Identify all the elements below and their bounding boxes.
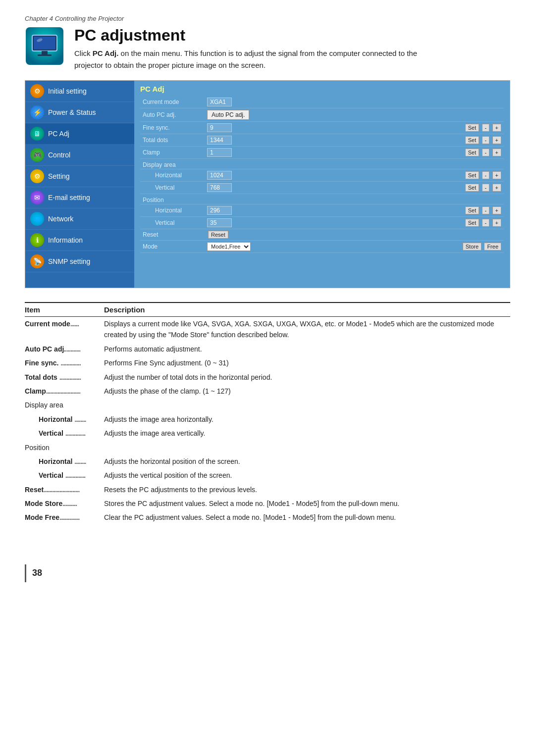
- pos-horiz-plus-btn[interactable]: +: [492, 206, 501, 214]
- display-horiz-plus-btn[interactable]: +: [492, 171, 501, 179]
- svg-rect-2: [34, 37, 55, 50]
- network-icon: 🌐: [30, 212, 44, 226]
- svg-rect-3: [42, 51, 48, 55]
- item-clamp: Clamp........................: [25, 386, 104, 397]
- list-item: Clamp........................ Adjusts th…: [25, 384, 510, 398]
- list-item: Current mode...... Displays a current mo…: [25, 317, 510, 342]
- list-item: Mode Free.............. Clear the PC adj…: [25, 510, 510, 524]
- reset-button[interactable]: Reset: [208, 231, 228, 239]
- display-vert-label: Vertical: [140, 182, 205, 194]
- current-mode-label: Current mode: [140, 96, 205, 108]
- fine-sync-label: Fine sync.: [140, 122, 205, 134]
- clamp-plus-btn[interactable]: +: [492, 149, 501, 156]
- item-display-vert: Vertical ..............: [25, 428, 104, 439]
- table-row: Fine sync. 9 Set - +: [140, 122, 504, 134]
- pos-horiz-label: Horizontal: [140, 204, 205, 217]
- item-current-mode: Current mode......: [25, 318, 104, 329]
- reset-label: Reset: [140, 229, 205, 241]
- total-dots-set-btn[interactable]: Set: [465, 136, 480, 144]
- list-item: Total dots ............... Adjust the nu…: [25, 370, 510, 384]
- sidebar-item-power-status[interactable]: ⚡ Power & Status: [25, 102, 134, 123]
- list-item: Reset......................... Resets th…: [25, 483, 510, 497]
- table-row: Horizontal 1024 Set - +: [140, 169, 504, 182]
- table-row: Current mode XGA1: [140, 96, 504, 108]
- mode-store-btn[interactable]: Store: [463, 243, 482, 251]
- power-status-icon: ⚡: [30, 105, 44, 119]
- sidebar-item-network[interactable]: 🌐 Network: [25, 208, 134, 230]
- page-title: PC adjustment: [74, 26, 446, 45]
- list-item: Horizontal ........ Adjusts the image ar…: [25, 412, 510, 426]
- display-vert-set-btn[interactable]: Set: [465, 184, 480, 192]
- item-position: Position: [25, 442, 104, 453]
- auto-pc-adj-button[interactable]: Auto PC adj.: [207, 110, 249, 120]
- list-item: Mode Store.......... Stores the PC adjus…: [25, 497, 510, 510]
- sidebar-item-snmp-setting[interactable]: 📡 SNMP setting: [25, 251, 134, 272]
- table-row: Auto PC adj. Auto PC adj.: [140, 108, 504, 122]
- list-item: Vertical .............. Adjusts the imag…: [25, 426, 510, 440]
- sidebar-item-pc-adj[interactable]: 🖥 PC Adj: [25, 123, 134, 145]
- description-rows: Current mode...... Displays a current mo…: [25, 317, 510, 525]
- pos-vert-minus-btn[interactable]: -: [482, 219, 490, 227]
- fine-sync-set-btn[interactable]: Set: [465, 124, 480, 132]
- item-auto-pc-adj: Auto PC adj...........: [25, 344, 104, 354]
- list-item: Vertical .............. Adjusts the vert…: [25, 468, 510, 482]
- initial-setting-icon: ⚙: [30, 84, 44, 98]
- pos-vert-label: Vertical: [140, 217, 205, 229]
- list-item: Position: [25, 441, 510, 454]
- table-row: Horizontal 296 Set - +: [140, 204, 504, 217]
- pc-adj-title: PC Adj: [140, 85, 504, 93]
- total-dots-minus-btn[interactable]: -: [482, 136, 490, 144]
- display-horiz-label: Horizontal: [140, 169, 205, 182]
- total-dots-label: Total dots: [140, 134, 205, 147]
- fine-sync-plus-btn[interactable]: +: [492, 124, 501, 132]
- sidebar-item-control[interactable]: 🎮 Control: [25, 145, 134, 166]
- intro-text: Click PC Adj. on the main menu. This fun…: [74, 48, 446, 71]
- position-section: Position: [140, 194, 504, 204]
- pc-adj-panel: PC Adj Current mode XGA1 Auto PC adj. Au…: [134, 81, 510, 288]
- item-pos-horiz: Horizontal ........: [25, 456, 104, 467]
- mode-select[interactable]: Mode1,Free Mode2,Free Mode3,Free Mode4,F…: [207, 242, 251, 251]
- list-item: Horizontal ........ Adjusts the horizont…: [25, 454, 510, 468]
- sidebar-item-information[interactable]: ℹ Information: [25, 230, 134, 251]
- pos-horiz-set-btn[interactable]: Set: [465, 206, 480, 214]
- pos-vert-set-btn[interactable]: Set: [465, 219, 480, 227]
- display-horiz-minus-btn[interactable]: -: [482, 171, 490, 179]
- information-icon: ℹ: [30, 233, 44, 247]
- mode-label: Mode: [140, 241, 205, 253]
- list-item: Auto PC adj........... Performs automati…: [25, 342, 510, 356]
- header-description: Description: [104, 305, 145, 314]
- item-total-dots: Total dots ...............: [25, 372, 104, 383]
- clamp-label: Clamp: [140, 147, 205, 159]
- sidebar: ⚙ Initial setting ⚡ Power & Status 🖥 PC …: [25, 81, 134, 288]
- mode-free-btn[interactable]: Free: [484, 243, 501, 251]
- header-item: Item: [25, 305, 104, 314]
- clamp-minus-btn[interactable]: -: [482, 149, 490, 156]
- item-pos-vert: Vertical ..............: [25, 470, 104, 481]
- table-row: Clamp 1 Set - +: [140, 147, 504, 159]
- current-mode-value: XGA1: [205, 96, 360, 108]
- display-area-section: Display area: [140, 159, 504, 169]
- clamp-set-btn[interactable]: Set: [465, 149, 480, 156]
- chapter-title: Chapter 4 Controlling the Projector: [25, 15, 510, 22]
- table-row: Mode Mode1,Free Mode2,Free Mode3,Free Mo…: [140, 241, 504, 253]
- page-number: 38: [32, 568, 42, 578]
- item-mode-free: Mode Free..............: [25, 512, 104, 523]
- item-reset: Reset.........................: [25, 484, 104, 495]
- sidebar-item-setting[interactable]: ⚙ Setting: [25, 166, 134, 187]
- display-vert-minus-btn[interactable]: -: [482, 184, 490, 192]
- item-display-horiz: Horizontal ........: [25, 414, 104, 425]
- sidebar-item-email-setting[interactable]: ✉ E-mail setting: [25, 187, 134, 208]
- total-dots-plus-btn[interactable]: +: [492, 136, 501, 144]
- display-horiz-set-btn[interactable]: Set: [465, 171, 480, 179]
- section-icon: [25, 26, 64, 66]
- display-vert-plus-btn[interactable]: +: [492, 184, 501, 192]
- item-mode-store: Mode Store..........: [25, 498, 104, 509]
- table-row: Total dots 1344 Set - +: [140, 134, 504, 147]
- sidebar-item-initial-setting[interactable]: ⚙ Initial setting: [25, 81, 134, 102]
- email-setting-icon: ✉: [30, 191, 44, 204]
- pos-horiz-minus-btn[interactable]: -: [482, 206, 490, 214]
- pos-vert-plus-btn[interactable]: +: [492, 219, 501, 227]
- fine-sync-minus-btn[interactable]: -: [482, 124, 490, 132]
- setting-icon: ⚙: [30, 169, 44, 183]
- pc-adj-icon: 🖥: [30, 127, 44, 141]
